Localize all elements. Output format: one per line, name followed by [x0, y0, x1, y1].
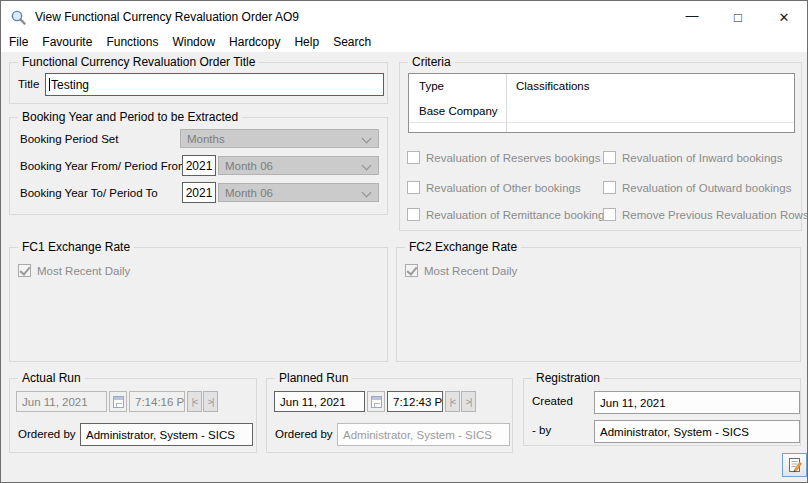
checkbox-reval-reserves[interactable]: Revaluation of Reserves bookings [407, 151, 601, 164]
checkbox-reval-inward[interactable]: Revaluation of Inward bookings [603, 151, 782, 164]
fc1-group: FC1 Exchange Rate Most Recent Daily [9, 247, 388, 362]
menu-item-favourite[interactable]: Favourite [35, 34, 99, 51]
criteria-table-header-type: Type [419, 80, 444, 92]
step-forward-icon: >| [466, 397, 472, 407]
table-row-divider [409, 122, 794, 123]
planned-run-group-caption: Planned Run [275, 371, 352, 386]
planned-run-ordered-by-field[interactable]: Administrator, System - SICS [337, 423, 510, 446]
booking-year-to-field[interactable]: 2021 [182, 182, 216, 203]
window-controls: — □ ✕ [669, 1, 807, 33]
checkbox-reval-remittance[interactable]: Revaluation of Remittance bookings [407, 208, 610, 221]
checkbox-label: Most Recent Daily [37, 265, 130, 277]
planned-run-time-field[interactable]: 7:12:43 PM [387, 391, 443, 412]
planned-run-date-field[interactable]: Jun 11, 2021 [274, 391, 365, 412]
checkbox-label: Revaluation of Remittance bookings [426, 209, 610, 221]
fc1-group-caption: FC1 Exchange Rate [18, 240, 134, 255]
criteria-table-row-type[interactable]: Base Company [419, 105, 498, 117]
chevron-down-icon [362, 161, 372, 171]
fc2-most-recent-daily-checkbox[interactable]: Most Recent Daily [405, 264, 517, 277]
actual-run-last-button[interactable]: >| [203, 391, 218, 412]
booking-year-from-field[interactable]: 2021 [182, 155, 216, 176]
actual-run-date-value: Jun 11, 2021 [22, 396, 88, 408]
menu-item-file[interactable]: File [2, 34, 35, 51]
menu-item-hardcopy[interactable]: Hardcopy [222, 34, 287, 51]
registration-by-label: - by [532, 424, 551, 436]
close-button[interactable]: ✕ [761, 1, 807, 33]
criteria-table-header-classifications: Classifications [516, 80, 590, 92]
registration-created-value: Jun 11, 2021 [600, 397, 666, 409]
checkbox-reval-other[interactable]: Revaluation of Other bookings [407, 181, 581, 194]
checkbox-icon [603, 151, 616, 164]
menu-item-functions[interactable]: Functions [99, 34, 165, 51]
registration-group-caption: Registration [532, 371, 604, 386]
booking-period-to-value: Month 06 [225, 187, 273, 199]
chevron-down-icon [362, 134, 372, 144]
checkbox-icon [407, 151, 420, 164]
planned-run-ordered-by-label: Ordered by [275, 428, 333, 440]
planned-run-ordered-by-value: Administrator, System - SICS [343, 429, 492, 441]
registration-by-value: Administrator, System - SICS [600, 426, 749, 438]
booking-period-set-value: Months [187, 133, 225, 145]
planned-run-last-button[interactable]: >| [461, 391, 476, 412]
window-title: View Functional Currency Revaluation Ord… [35, 10, 299, 24]
step-backward-icon: |< [192, 397, 198, 407]
checkbox-label: Revaluation of Inward bookings [622, 152, 782, 164]
title-input-value: Testing [51, 78, 89, 92]
actual-run-first-button[interactable]: |< [187, 391, 202, 412]
booking-period-to-dropdown[interactable]: Month 06 [218, 183, 379, 202]
booking-group: Booking Year and Period to be Extracted … [9, 117, 388, 215]
step-backward-icon: |< [450, 397, 456, 407]
booking-period-set-label: Booking Period Set [20, 133, 118, 145]
maximize-button[interactable]: □ [715, 1, 761, 33]
menu-item-search[interactable]: Search [326, 34, 378, 51]
order-title-group: Functional Currency Revaluation Order Ti… [9, 62, 388, 104]
checkbox-icon [407, 181, 420, 194]
actual-run-ordered-by-label: Ordered by [18, 428, 76, 440]
fc1-most-recent-daily-checkbox[interactable]: Most Recent Daily [18, 264, 130, 277]
booking-period-set-dropdown[interactable]: Months [180, 129, 379, 148]
menu-item-window[interactable]: Window [165, 34, 222, 51]
checkbox-icon [603, 181, 616, 194]
actual-run-time-field[interactable]: 7:14:16 PM [129, 391, 185, 412]
actual-run-group-caption: Actual Run [18, 371, 85, 386]
checkbox-icon [603, 208, 616, 221]
actual-run-calendar-button[interactable] [109, 391, 127, 412]
planned-run-calendar-button[interactable] [367, 391, 385, 412]
checkbox-icon [407, 208, 420, 221]
booking-year-from-value: 2021 [186, 159, 213, 173]
registration-created-label: Created [532, 395, 573, 407]
checkbox-remove-previous-rows[interactable]: Remove Previous Revaluation RowsSic [603, 208, 808, 221]
calendar-icon [371, 396, 382, 408]
minimize-button[interactable]: — [669, 1, 715, 33]
chevron-down-icon [362, 188, 372, 198]
criteria-group-caption: Criteria [408, 55, 455, 70]
fc2-group: FC2 Exchange Rate Most Recent Daily [396, 247, 801, 362]
planned-run-group: Planned Run Jun 11, 2021 7:12:43 PM |< >… [266, 378, 513, 453]
menu-bar: File Favourite Functions Window Hardcopy… [1, 33, 807, 52]
menu-item-help[interactable]: Help [287, 34, 326, 51]
order-title-group-caption: Functional Currency Revaluation Order Ti… [18, 55, 259, 70]
fc2-group-caption: FC2 Exchange Rate [405, 240, 521, 255]
actual-run-ordered-by-value: Administrator, System - SICS [86, 429, 235, 441]
actual-run-date-field[interactable]: Jun 11, 2021 [16, 391, 107, 412]
booking-period-from-value: Month 06 [225, 160, 273, 172]
booking-period-from-dropdown[interactable]: Month 06 [218, 156, 379, 175]
title-label: Title [18, 78, 39, 90]
magnifier-icon [10, 9, 27, 26]
actual-run-ordered-by-field[interactable]: Administrator, System - SICS [80, 423, 253, 446]
calendar-icon [113, 396, 124, 408]
title-input[interactable]: Testing [45, 73, 384, 96]
planned-run-date-value: Jun 11, 2021 [280, 396, 346, 408]
table-column-divider [506, 74, 507, 132]
registration-created-field: Jun 11, 2021 [594, 391, 800, 414]
edit-order-button[interactable] [782, 453, 807, 477]
registration-by-field: Administrator, System - SICS [594, 420, 800, 443]
checkbox-checked-icon [405, 264, 418, 277]
actual-run-time-value: 7:14:16 PM [135, 396, 185, 408]
checkbox-reval-outward[interactable]: Revaluation of Outward bookings [603, 181, 791, 194]
planned-run-time-value: 7:12:43 PM [393, 396, 443, 408]
criteria-table: Type Classifications Base Company [408, 73, 795, 133]
dialog-window: View Functional Currency Revaluation Ord… [0, 0, 808, 483]
planned-run-first-button[interactable]: |< [445, 391, 460, 412]
checkbox-checked-icon [18, 264, 31, 277]
